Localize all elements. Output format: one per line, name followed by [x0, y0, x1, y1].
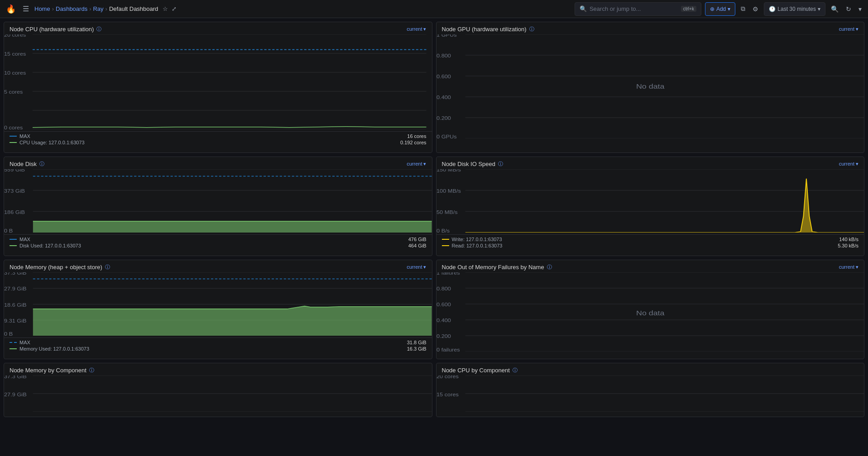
panel-node-cpu-component: Node CPU by Component ⓘ 20 cores 15 core…	[436, 363, 865, 417]
more-icon[interactable]: ▾	[857, 4, 863, 14]
svg-text:150 MB/s: 150 MB/s	[436, 169, 461, 172]
panel-header-node-gpu: Node GPU (hardware utilization) ⓘ curren…	[436, 22, 864, 34]
panel-title-node-disk: Node Disk ⓘ	[10, 161, 44, 167]
breadcrumb-dashboards[interactable]: Dashboards	[56, 5, 87, 12]
breadcrumb: Home › Dashboards › Ray › Default Dashbo…	[34, 5, 177, 12]
svg-text:37.3 GiB: 37.3 GiB	[4, 272, 27, 276]
panel-header-node-disk: Node Disk ⓘ current ▾	[4, 157, 432, 169]
share-icon[interactable]: ⤢	[172, 5, 177, 12]
star-icon[interactable]: ☆	[163, 5, 168, 12]
svg-text:0.200: 0.200	[436, 115, 451, 121]
chevron-down-icon2: ▾	[818, 6, 820, 12]
svg-text:18.6 GiB: 18.6 GiB	[4, 302, 27, 308]
panel-header-node-memory-component: Node Memory by Component ⓘ	[4, 363, 432, 375]
zoom-out-icon[interactable]: 🔍	[829, 4, 840, 14]
svg-marker-64	[33, 221, 432, 233]
legend-node-memory: MAX 31.8 GiB Memory Used: 127.0.0.1:6307…	[4, 337, 432, 353]
panel-node-cpu: Node CPU (hardware utilization) ⓘ curren…	[4, 22, 432, 153]
svg-text:559 GiB: 559 GiB	[4, 169, 25, 172]
svg-text:50 MB/s: 50 MB/s	[436, 209, 458, 215]
hamburger-menu[interactable]: ☰	[21, 3, 31, 15]
panel-title-node-cpu-component: Node CPU by Component ⓘ	[442, 367, 518, 374]
panel-node-gpu: Node GPU (hardware utilization) ⓘ curren…	[436, 22, 865, 153]
svg-text:0 GPUs: 0 GPUs	[436, 134, 457, 138]
refresh-icon[interactable]: ↻	[844, 4, 853, 14]
grafana-logo: 🔥	[5, 3, 17, 15]
breadcrumb-home[interactable]: Home	[34, 5, 50, 12]
panel-header-node-oom: Node Out of Memory Failures by Name ⓘ cu…	[436, 260, 864, 272]
chevron-down-icon: ▾	[728, 6, 730, 12]
current-dropdown-memory[interactable]: current ▾	[407, 264, 426, 270]
legend-item-read: Read: 127.0.0.1:63073	[442, 243, 503, 248]
svg-text:0 B/s: 0 B/s	[436, 228, 450, 233]
add-button[interactable]: ⊕ Add ▾	[705, 2, 735, 16]
info-icon-disk-io[interactable]: ⓘ	[498, 161, 503, 167]
legend-item-max-disk: MAX	[10, 237, 30, 242]
svg-text:0 B: 0 B	[4, 228, 13, 233]
info-icon-disk[interactable]: ⓘ	[39, 161, 44, 167]
breadcrumb-ray[interactable]: Ray	[93, 5, 103, 12]
svg-text:No data: No data	[636, 309, 664, 317]
legend-value-read: 5.30 kB/s	[838, 243, 858, 248]
search-placeholder: Search or jump to...	[590, 5, 641, 12]
disk-io-chart-svg: 150 MB/s 100 MB/s 50 MB/s 0 B/s 17:06 17…	[436, 169, 864, 233]
info-icon-oom[interactable]: ⓘ	[547, 264, 552, 271]
search-shortcut: ctrl+k	[681, 6, 696, 12]
svg-text:15 cores: 15 cores	[436, 391, 459, 397]
legend-value-write: 140 kB/s	[839, 237, 858, 242]
svg-text:1 GPUs: 1 GPUs	[436, 34, 457, 38]
legend-item-disk-used: Disk Used: 127.0.0.1:63073	[10, 243, 81, 248]
oom-chart-svg: 1 failures 0.800 0.600 0.400 0.200 0 fai…	[436, 272, 864, 352]
legend-item-cpu-usage: CPU Usage: 127.0.0.1:63073	[10, 140, 85, 145]
panel-title-node-gpu: Node GPU (hardware utilization) ⓘ	[442, 26, 534, 33]
svg-text:0.200: 0.200	[436, 333, 451, 339]
current-dropdown-disk[interactable]: current ▾	[407, 161, 426, 167]
settings-icon[interactable]: ⚙	[751, 4, 760, 14]
search-bar[interactable]: 🔍 Search or jump to... ctrl+k	[575, 2, 701, 16]
legend-node-disk-io: Write: 127.0.0.1:63073 140 kB/s Read: 12…	[436, 234, 864, 250]
panel-node-disk: Node Disk ⓘ current ▾ 559 GiB 373 GiB 18…	[4, 157, 432, 256]
svg-text:20 cores: 20 cores	[436, 375, 459, 380]
svg-text:0.800: 0.800	[436, 286, 451, 291]
info-icon-cpu[interactable]: ⓘ	[96, 26, 101, 33]
current-dropdown-cpu[interactable]: current ▾	[407, 26, 426, 32]
svg-text:0.800: 0.800	[436, 53, 451, 58]
svg-text:0.600: 0.600	[436, 74, 451, 79]
info-icon-cpu-component[interactable]: ⓘ	[513, 367, 518, 374]
memory-chart-svg: 37.3 GiB 27.9 GiB 18.6 GiB 9.31 GiB 0 B …	[4, 272, 432, 336]
panel-title-node-memory: Node Memory (heap + object store) ⓘ	[10, 264, 110, 271]
search-icon: 🔍	[580, 5, 587, 12]
legend-item-max-memory: MAX	[10, 340, 30, 345]
legend-value-memory-used: 16.3 GiB	[407, 346, 427, 352]
svg-text:37.3 GiB: 37.3 GiB	[4, 375, 27, 380]
info-icon-memory-component[interactable]: ⓘ	[89, 367, 94, 374]
topbar: 🔥 ☰ Home › Dashboards › Ray › Default Da…	[0, 0, 868, 18]
legend-value-max-memory: 31.8 GiB	[407, 340, 427, 345]
svg-text:10 cores: 10 cores	[4, 71, 26, 76]
legend-value-disk-used: 464 GiB	[408, 243, 427, 248]
svg-text:0 failures: 0 failures	[436, 347, 460, 352]
svg-text:20 cores: 20 cores	[4, 34, 26, 38]
cpu-chart-svg: 20 cores 15 cores 10 cores 5 cores 0 cor…	[4, 34, 427, 129]
svg-text:5 cores: 5 cores	[4, 90, 23, 95]
info-icon-memory[interactable]: ⓘ	[105, 264, 110, 271]
current-dropdown-gpu[interactable]: current ▾	[839, 26, 858, 32]
current-dropdown-oom[interactable]: current ▾	[839, 264, 858, 270]
time-range-button[interactable]: 🕐 Last 30 minutes ▾	[764, 2, 825, 16]
gpu-chart-svg: 1 GPUs 0.800 0.600 0.400 0.200 0 GPUs No…	[436, 34, 864, 138]
panel-header-node-memory: Node Memory (heap + object store) ⓘ curr…	[4, 260, 432, 272]
panel-header-node-cpu-component: Node CPU by Component ⓘ	[436, 363, 864, 375]
svg-text:186 GiB: 186 GiB	[4, 209, 25, 215]
svg-text:15 cores: 15 cores	[4, 52, 26, 57]
panel-title-node-disk-io: Node Disk IO Speed ⓘ	[442, 161, 504, 167]
legend-node-cpu: MAX 16 cores CPU Usage: 127.0.0.1:63073 …	[4, 131, 432, 147]
info-icon-gpu[interactable]: ⓘ	[529, 26, 534, 33]
current-dropdown-disk-io[interactable]: current ▾	[839, 161, 858, 167]
svg-text:0.600: 0.600	[436, 302, 451, 307]
svg-text:27.9 GiB: 27.9 GiB	[4, 391, 27, 397]
svg-text:0.400: 0.400	[436, 95, 451, 100]
panel-node-oom: Node Out of Memory Failures by Name ⓘ cu…	[436, 260, 865, 359]
memory-component-chart-svg: 37.3 GiB 27.9 GiB	[4, 375, 432, 412]
copy-icon[interactable]: ⧉	[739, 3, 747, 14]
panel-node-memory: Node Memory (heap + object store) ⓘ curr…	[4, 260, 432, 359]
